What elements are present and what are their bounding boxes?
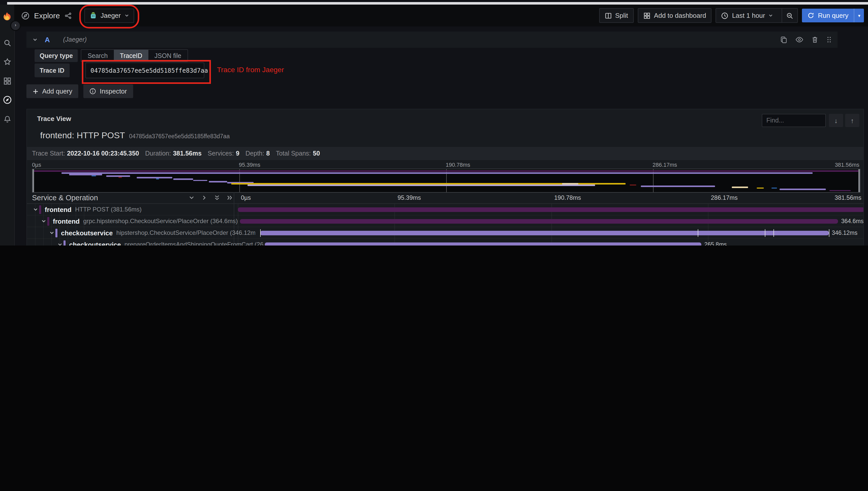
inspector-button[interactable]: Inspector bbox=[84, 84, 133, 98]
trace-id-input[interactable]: 04785da37657ee5e5dd5185ffe83d7aa bbox=[85, 62, 204, 78]
row-chevron-down-icon[interactable] bbox=[32, 207, 39, 212]
span-boundary-tick bbox=[261, 229, 261, 237]
alerting-icon[interactable] bbox=[0, 113, 14, 125]
meta-label: Total Spans: bbox=[276, 150, 311, 157]
service-color-strip bbox=[47, 217, 49, 225]
minimap-span-segment bbox=[119, 177, 122, 178]
clock-icon bbox=[721, 12, 728, 19]
minimap-viewport-handle[interactable] bbox=[32, 169, 34, 192]
trace-title: frontend: HTTP POST04785da37657ee5e5dd51… bbox=[40, 131, 230, 141]
minimap-span-segment bbox=[32, 170, 860, 172]
service-name: checkoutservice bbox=[61, 229, 113, 237]
minimap-tick-label: 190.78ms bbox=[446, 162, 470, 168]
add-to-dashboard-button[interactable]: Add to dashboard bbox=[638, 8, 712, 23]
expand-all-icon[interactable] bbox=[227, 195, 233, 201]
search-icon[interactable] bbox=[0, 37, 14, 49]
span-row-label[interactable]: frontendgrpc.hipstershop.CheckoutService… bbox=[27, 215, 247, 227]
minimap-span-segment bbox=[92, 175, 96, 176]
sidebar-expand-button[interactable]: › bbox=[10, 20, 21, 31]
trace-view-panel: Trace View Find... ↓ ↑ frontend: HTTP PO… bbox=[26, 109, 864, 246]
span-row[interactable]: frontendgrpc.hipstershop.CheckoutService… bbox=[27, 215, 863, 227]
service-name: checkoutservice bbox=[69, 241, 121, 246]
grafana-logo-icon[interactable] bbox=[2, 11, 13, 22]
minimap-span-segment bbox=[173, 178, 193, 180]
query-type-label: Query type bbox=[35, 49, 78, 62]
minimap-span-segment bbox=[137, 177, 172, 178]
service-name: frontend bbox=[53, 217, 80, 225]
minimap-span-segment bbox=[248, 184, 595, 186]
collapse-chevron-icon[interactable] bbox=[32, 37, 38, 42]
span-row-label[interactable]: checkoutserviceprepareOrderItemsAndShipp… bbox=[27, 239, 263, 246]
minimap-span-segment bbox=[69, 174, 102, 175]
span-boundary-tick bbox=[774, 229, 774, 237]
trace-meta-bar: Trace Start:2022-10-16 00:23:45.350Durat… bbox=[27, 147, 863, 160]
share-icon[interactable] bbox=[64, 12, 72, 19]
meta-value: 9 bbox=[236, 150, 239, 157]
span-timeline-cell: 364.6ms bbox=[234, 215, 863, 227]
span-boundary-tick bbox=[829, 229, 829, 237]
minimap-span-segment bbox=[756, 187, 764, 189]
minimap-span-segment bbox=[780, 189, 826, 190]
dashboards-icon[interactable] bbox=[0, 75, 14, 87]
find-prev-button[interactable]: ↑ bbox=[845, 114, 859, 127]
timeline-tick-label: 286.17ms bbox=[711, 194, 738, 201]
span-row-label[interactable]: frontendHTTP POST (381.56ms) bbox=[27, 204, 239, 215]
service-operation-header: Service & Operation bbox=[32, 194, 98, 202]
minimap-span-segment bbox=[193, 180, 207, 181]
explore-icon[interactable] bbox=[0, 93, 14, 106]
span-duration-bar[interactable] bbox=[261, 231, 829, 235]
tab-json-file[interactable]: JSON file bbox=[148, 50, 187, 61]
chevron-down-icon bbox=[124, 13, 129, 18]
expand-one-icon[interactable] bbox=[201, 195, 207, 201]
row-chevron-down-icon[interactable] bbox=[48, 230, 55, 235]
minimap-viewport-handle[interactable] bbox=[858, 169, 860, 192]
service-name: frontend bbox=[45, 206, 71, 213]
find-input[interactable]: Find... bbox=[762, 114, 826, 127]
meta-label: Depth: bbox=[245, 150, 264, 157]
toggle-visibility-eye-icon[interactable] bbox=[795, 36, 804, 43]
minimap-span-segment bbox=[772, 187, 777, 189]
minimap-span-segment bbox=[640, 185, 715, 187]
run-query-dropdown[interactable]: ▾ bbox=[854, 9, 864, 22]
span-row[interactable]: checkoutserviceprepareOrderItemsAndShipp… bbox=[27, 239, 863, 246]
span-duration-bar[interactable] bbox=[265, 242, 701, 246]
drag-handle-icon[interactable] bbox=[826, 36, 831, 43]
duplicate-query-icon[interactable] bbox=[780, 36, 787, 43]
collapse-one-icon[interactable] bbox=[188, 195, 194, 201]
chevron-down-icon bbox=[769, 13, 773, 18]
time-range-picker[interactable]: Last 1 hour bbox=[716, 8, 798, 23]
span-row-label[interactable]: checkoutservicehipstershop.CheckoutServi… bbox=[27, 227, 255, 238]
split-columns-icon bbox=[604, 12, 611, 19]
row-chevron-down-icon[interactable] bbox=[56, 242, 63, 246]
starred-icon[interactable] bbox=[0, 55, 14, 67]
time-range-main[interactable]: Last 1 hour bbox=[716, 9, 778, 22]
timeline-tick-label: 0µs bbox=[241, 194, 251, 201]
query-type-row: Query type Search TraceID JSON file bbox=[35, 49, 188, 62]
span-row[interactable]: frontendHTTP POST (381.56ms) bbox=[27, 204, 863, 215]
tab-traceid[interactable]: TraceID bbox=[114, 50, 148, 61]
split-button[interactable]: Split bbox=[599, 8, 634, 23]
span-duration-bar[interactable] bbox=[240, 219, 838, 224]
add-query-button[interactable]: Add query bbox=[26, 84, 79, 98]
window-top-edge bbox=[7, 2, 868, 5]
trace-minimap[interactable] bbox=[32, 169, 860, 193]
service-color-strip bbox=[39, 205, 41, 214]
service-color-strip bbox=[63, 240, 65, 246]
query-row-header[interactable]: A (Jaeger) bbox=[26, 31, 838, 48]
row-chevron-down-icon[interactable] bbox=[40, 219, 47, 224]
tab-search[interactable]: Search bbox=[82, 50, 114, 61]
collapse-all-icon[interactable] bbox=[214, 195, 220, 201]
minimap-span-segment bbox=[209, 181, 227, 182]
datasource-picker[interactable]: Jaeger bbox=[84, 8, 134, 23]
span-rows: frontendHTTP POST (381.56ms)frontendgrpc… bbox=[27, 204, 863, 246]
span-duration-bar[interactable] bbox=[238, 207, 863, 212]
find-next-button[interactable]: ↓ bbox=[829, 114, 843, 127]
timeline-tick-label: 381.56ms bbox=[835, 194, 861, 201]
span-row[interactable]: checkoutservicehipstershop.CheckoutServi… bbox=[27, 227, 863, 239]
run-query-button[interactable]: Run query ▾ bbox=[802, 9, 864, 22]
annotation-note: Trace ID from Jaeger bbox=[217, 65, 284, 74]
query-type-tabs: Search TraceID JSON file bbox=[81, 49, 188, 62]
delete-query-trash-icon[interactable] bbox=[812, 36, 818, 43]
refresh-icon bbox=[808, 12, 814, 19]
zoom-out-time-button[interactable] bbox=[782, 9, 798, 22]
